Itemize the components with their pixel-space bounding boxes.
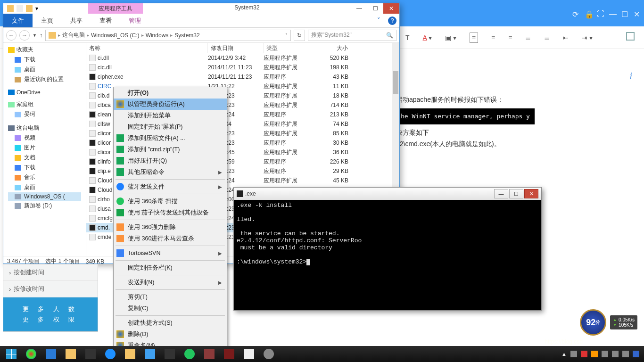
menu-item[interactable]: 其他压缩命令▶ (114, 166, 227, 178)
start-button[interactable] (2, 347, 21, 361)
minimize-button[interactable]: — (351, 3, 367, 14)
sidebar-thispc[interactable]: 这台电脑 (8, 124, 81, 132)
context-tab[interactable]: 应用程序工具 (88, 3, 143, 14)
col-size[interactable]: 大小 (318, 43, 351, 53)
sidebar-music[interactable]: 音乐 (8, 173, 81, 182)
cmd-output[interactable]: .exe -k install lled. the service can be… (234, 200, 541, 310)
forward-button[interactable]: → (19, 30, 30, 41)
font-color-icon[interactable]: T (405, 34, 410, 41)
scrollbar-thumb[interactable] (393, 71, 398, 94)
close-icon[interactable]: ✕ (634, 10, 640, 16)
menu-item[interactable]: 复制(C) (114, 303, 227, 314)
menu-item[interactable]: 发送到(N)▶ (114, 277, 227, 288)
menu-item[interactable]: 使用 茄子快传发送到其他设备 (114, 207, 227, 218)
qat-dropdown-icon[interactable]: ▾ (35, 5, 42, 12)
sidebar-recent[interactable]: 最近访问的位置 (8, 74, 81, 84)
cmd-maximize-button[interactable]: ☐ (509, 189, 523, 198)
menu-item[interactable]: 添加到 "cmd.zip"(T) (114, 144, 227, 155)
tray-icon[interactable] (602, 351, 608, 357)
search-input[interactable]: 搜索"System32" 🔍 (308, 30, 396, 41)
sidebar-desktop2[interactable]: 桌面 (8, 182, 81, 192)
help-icon[interactable]: ? (388, 16, 396, 25)
score-circle[interactable]: 92分 (580, 309, 606, 336)
sync-icon[interactable]: ⟳ (572, 10, 579, 16)
search-icon[interactable]: 🔍 (386, 32, 393, 39)
task-app-3[interactable] (160, 347, 179, 361)
panel-toggle-icon[interactable] (626, 32, 635, 41)
recent-dropdown-icon[interactable]: ▼ (33, 33, 37, 38)
cmd-minimize-button[interactable]: — (494, 189, 508, 198)
task-settings[interactable] (259, 347, 278, 361)
crumb[interactable]: Windows (146, 32, 169, 39)
list-bullet-icon[interactable]: ≣ (525, 34, 531, 41)
close-button[interactable]: ✕ (383, 3, 399, 14)
tray-icon[interactable] (591, 351, 598, 357)
menu-item[interactable]: 使用 360杀毒 扫描 (114, 196, 227, 207)
text-color-icon[interactable]: A ▾ (423, 34, 432, 41)
sidebar-drive-d[interactable]: 新加卷 (D:) (8, 201, 81, 211)
col-type[interactable]: 类型 (264, 43, 318, 53)
menu-item[interactable]: 使用 360进行木马云查杀 (114, 233, 227, 244)
tray-network-icon[interactable] (612, 351, 619, 357)
file-tab[interactable]: 文件 (3, 14, 33, 27)
newfolder-icon[interactable] (26, 5, 33, 12)
menu-item[interactable]: 固定到任务栏(K) (114, 262, 227, 273)
file-row[interactable]: cic.dll2014/11/21 11:23应用程序扩展198 KB (86, 63, 399, 72)
share-tab[interactable]: 共享 (62, 14, 91, 27)
manage-tab[interactable]: 管理 (120, 14, 149, 27)
menu-item[interactable]: 使用 360强力删除 (114, 222, 227, 233)
ribbon-expand-icon[interactable]: ˅ (372, 14, 385, 27)
filter-by-create[interactable]: ›按创建时间 (3, 264, 98, 281)
sidebar-video[interactable]: 视频 (8, 133, 81, 143)
menu-item[interactable]: 剪切(T) (114, 291, 227, 303)
tray-icon[interactable] (570, 351, 577, 357)
folder-icon[interactable] (7, 5, 14, 12)
indent-icon[interactable]: ⇥ ▾ (582, 34, 593, 41)
minimize-icon[interactable]: — (609, 10, 616, 16)
tray-up-icon[interactable]: ▲ (561, 351, 567, 357)
sidebar-user[interactable]: 晏珂 (8, 109, 81, 119)
task-dota[interactable] (220, 347, 239, 361)
network-badge[interactable]: 92分 0.05K/s 105K/s (580, 309, 637, 336)
sidebar-homegroup[interactable]: 家庭组 (8, 100, 81, 108)
list-number-icon[interactable]: ≣ (544, 34, 550, 41)
menu-item[interactable]: 创建快捷方式(S) (114, 317, 227, 329)
sidebar-drive-c[interactable]: Windows8_OS ( (8, 192, 81, 201)
up-button[interactable]: ↑ (40, 32, 42, 39)
align-left-icon[interactable]: ≡ (470, 33, 478, 43)
highlight-icon[interactable]: ▣ ▾ (445, 34, 456, 41)
cmd-titlebar[interactable]: .exe — ☐ ✕ (234, 188, 541, 200)
col-name[interactable]: 名称 (86, 43, 208, 53)
props-icon[interactable] (17, 5, 23, 12)
menu-item[interactable]: 打开(O) (114, 87, 227, 99)
expand-icon[interactable]: ⛶ (597, 10, 603, 16)
menu-item[interactable]: 删除(D) (114, 329, 227, 340)
system-tray[interactable]: ▲ (561, 351, 642, 357)
maximize-icon[interactable]: ☐ (621, 10, 628, 16)
menu-item[interactable]: 添加到开始菜单 (114, 110, 227, 121)
view-tab[interactable]: 查看 (91, 14, 120, 27)
task-note[interactable] (140, 347, 159, 361)
task-ie[interactable] (101, 347, 120, 361)
breadcrumb-dropdown-icon[interactable]: ˅ (285, 33, 288, 38)
tray-icon[interactable] (581, 351, 587, 357)
crumb[interactable]: System32 (174, 32, 199, 39)
file-row[interactable]: cipher.exe2014/11/21 11:23应用程序43 KB (86, 72, 399, 82)
sidebar-downloads[interactable]: 下载 (8, 55, 81, 65)
maximize-button[interactable]: ☐ (367, 3, 383, 14)
filter-by-modify[interactable]: ›按修改时间 (3, 281, 98, 297)
task-app-4[interactable] (200, 347, 219, 361)
crumb[interactable]: 这台电脑 (62, 31, 85, 39)
refresh-button[interactable]: ↻ (294, 30, 305, 41)
crumb[interactable]: Windows8_OS (C:) (91, 32, 140, 39)
sidebar-onedrive[interactable]: OneDrive (8, 89, 81, 96)
task-folder[interactable] (121, 347, 140, 361)
explorer-titlebar[interactable]: ▾ 应用程序工具 System32 — ☐ ✕ (3, 3, 399, 14)
column-headers[interactable]: 名称 修改日期 类型 大小 (86, 43, 399, 53)
file-row[interactable]: ci.dll2014/12/9 3:42应用程序扩展520 KB (86, 53, 399, 63)
menu-item[interactable]: 添加到压缩文件(A) ... (114, 132, 227, 144)
task-app-5[interactable] (239, 347, 258, 361)
outdent-icon[interactable]: ⇤ (563, 34, 569, 41)
menu-item[interactable]: 固定到"开始"屏幕(P) (114, 121, 227, 132)
task-terminal[interactable] (81, 347, 100, 361)
